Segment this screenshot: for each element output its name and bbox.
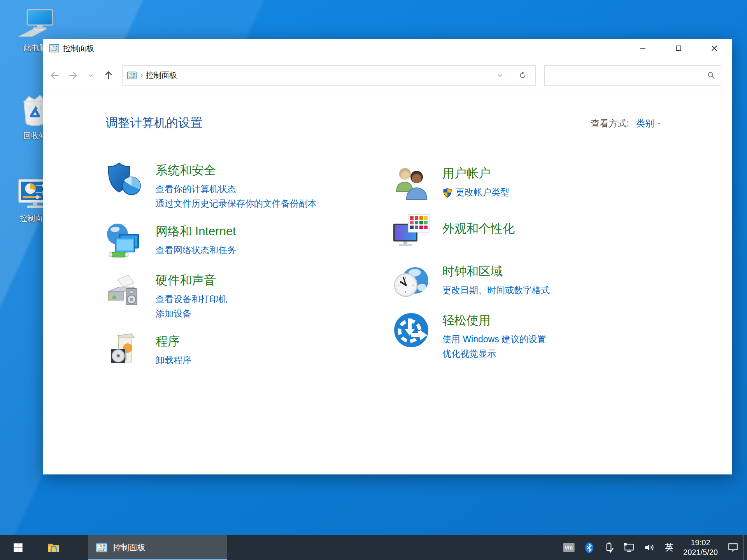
hardware-sound-icon[interactable]: [106, 271, 143, 309]
task-link[interactable]: 更改日期、时间或数字格式: [442, 283, 550, 298]
refresh-button[interactable]: [510, 65, 536, 86]
control-panel-home: 调整计算机的设置 查看方式: 类别 系统和安全 查看你的计算机状态: [43, 93, 732, 474]
clock-date: 2021/5/20: [683, 548, 718, 557]
category-title-link[interactable]: 程序: [156, 333, 180, 350]
user-accounts-icon[interactable]: [393, 164, 430, 202]
uac-shield-icon: [442, 187, 452, 198]
minimize-icon: [639, 44, 647, 52]
clock-region-icon[interactable]: [393, 262, 430, 300]
vmware-tray-icon[interactable]: vm: [563, 543, 575, 552]
category-title-link[interactable]: 系统和安全: [156, 162, 216, 178]
taskbar: 控制面板 vm 英 19:02 2021/5/20: [0, 535, 747, 560]
category-title-link[interactable]: 网络和 Internet: [156, 223, 236, 240]
view-by-dropdown[interactable]: 类别: [636, 117, 661, 130]
minimize-button[interactable]: [625, 39, 661, 58]
view-by-control: 查看方式: 类别: [591, 117, 661, 130]
category-ease-of-access: 轻松使用 使用 Windows 建议的设置 优化视觉显示: [393, 312, 550, 361]
back-button[interactable]: [46, 66, 64, 84]
category-clock-region: 时钟和区域 更改日期、时间或数字格式: [393, 262, 550, 300]
category-title-link[interactable]: 外观和个性化: [442, 220, 515, 237]
category-network-internet: 网络和 Internet 查看网络状态和任务: [106, 222, 393, 260]
network-tray-icon[interactable]: [624, 542, 635, 553]
taskbar-empty-area: [227, 535, 563, 560]
language-indicator[interactable]: 英: [665, 542, 673, 553]
address-bar[interactable]: 控制面板: [122, 65, 510, 86]
category-title-link[interactable]: 时钟和区域: [442, 263, 503, 280]
category-hardware-sound: 硬件和声音 查看设备和打印机 添加设备: [106, 271, 393, 321]
category-user-accounts: 用户帐户 更改帐户类型: [393, 164, 550, 202]
breadcrumb-chevron-icon[interactable]: [139, 73, 144, 78]
recent-locations-chevron-icon: [88, 72, 94, 79]
maximize-icon: [675, 44, 682, 52]
search-input[interactable]: [550, 71, 707, 80]
task-link[interactable]: 使用 Windows 建议的设置: [442, 332, 546, 346]
task-link[interactable]: 添加设备: [156, 306, 227, 321]
control-panel-icon: [49, 43, 59, 53]
system-security-icon[interactable]: [106, 161, 143, 199]
file-explorer-button[interactable]: [36, 535, 72, 560]
address-dropdown-button[interactable]: [490, 66, 510, 85]
ease-of-access-icon[interactable]: [393, 312, 430, 349]
forward-icon: [68, 70, 78, 80]
caption-buttons: [625, 39, 732, 58]
category-grid: 系统和安全 查看你的计算机状态 通过文件历史记录保存你的文件备份副本 网络和 I…: [106, 161, 732, 382]
control-panel-icon: [127, 71, 137, 80]
breadcrumb[interactable]: 控制面板: [146, 70, 177, 80]
category-column-right: 用户帐户 更改帐户类型 外观和: [393, 161, 550, 382]
search-icon[interactable]: [707, 71, 715, 80]
category-programs: 程序 卸载程序: [106, 332, 393, 370]
category-appearance-personalization: 外观和个性化: [393, 214, 550, 251]
category-title-link[interactable]: 用户帐户: [442, 165, 491, 182]
usb-device-icon[interactable]: [604, 542, 614, 553]
system-tray: vm 英 19:02 2021/5/20: [563, 535, 743, 560]
title-bar[interactable]: 控制面板: [43, 39, 732, 58]
category-column-left: 系统和安全 查看你的计算机状态 通过文件历史记录保存你的文件备份副本 网络和 I…: [106, 161, 393, 382]
show-desktop-button[interactable]: [743, 535, 747, 560]
task-link[interactable]: 优化视觉显示: [442, 346, 546, 361]
action-center-icon[interactable]: [728, 542, 738, 553]
file-explorer-icon: [47, 542, 60, 553]
clock-time: 19:02: [683, 538, 718, 548]
window-title: 控制面板: [63, 43, 94, 54]
category-system-security: 系统和安全 查看你的计算机状态 通过文件历史记录保存你的文件备份副本: [106, 161, 393, 211]
task-link[interactable]: 更改帐户类型: [442, 185, 509, 200]
this-pc-icon: [6, 9, 64, 40]
search-box: [544, 65, 721, 86]
taskbar-clock[interactable]: 19:02 2021/5/20: [683, 538, 718, 557]
taskbar-task-control-panel[interactable]: 控制面板: [88, 535, 227, 560]
recent-locations-button[interactable]: [82, 66, 100, 84]
network-internet-icon[interactable]: [106, 222, 143, 260]
view-by-label: 查看方式:: [591, 117, 629, 130]
control-panel-window: 控制面板 控制面板: [43, 39, 732, 474]
maximize-button[interactable]: [661, 39, 696, 58]
task-link[interactable]: 查看你的计算机状态: [156, 182, 317, 196]
close-button[interactable]: [696, 39, 732, 58]
appearance-personalization-icon[interactable]: [393, 214, 430, 251]
start-icon: [13, 542, 23, 553]
up-button[interactable]: [100, 66, 117, 84]
navigation-bar: 控制面板: [43, 58, 732, 93]
chevron-down-icon: [496, 72, 503, 79]
start-button[interactable]: [0, 535, 36, 560]
task-link[interactable]: 通过文件历史记录保存你的文件备份副本: [156, 196, 317, 211]
category-title-link[interactable]: 轻松使用: [442, 312, 491, 329]
task-link[interactable]: 查看网络状态和任务: [156, 243, 236, 257]
task-link[interactable]: 查看设备和打印机: [156, 292, 227, 306]
up-icon: [103, 70, 114, 80]
refresh-icon: [519, 71, 527, 79]
close-icon: [710, 44, 719, 52]
chevron-down-icon: [656, 121, 661, 126]
control-panel-icon: [96, 542, 107, 553]
forward-button[interactable]: [64, 66, 82, 84]
volume-icon[interactable]: [644, 542, 655, 553]
bluetooth-icon[interactable]: [584, 542, 594, 553]
address-bar-group: 控制面板: [122, 65, 536, 86]
category-title-link[interactable]: 硬件和声音: [156, 272, 216, 289]
task-link[interactable]: 卸载程序: [156, 353, 191, 368]
back-icon: [50, 70, 60, 80]
programs-icon[interactable]: [106, 332, 143, 370]
task-label: 控制面板: [113, 542, 146, 553]
